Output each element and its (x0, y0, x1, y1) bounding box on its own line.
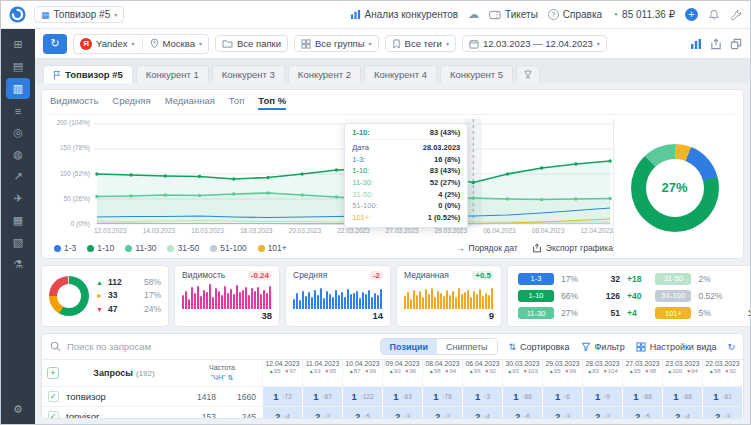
chart-tab[interactable]: Средняя (112, 95, 150, 110)
position-cell[interactable]: 1122 (342, 387, 382, 406)
position-cell[interactable]: 23 (382, 407, 422, 419)
row-checkbox[interactable]: ✓ (48, 411, 59, 419)
date-column-header[interactable]: 23.03.2023▲100▼94 (662, 360, 702, 386)
position-cell[interactable]: 26 (502, 407, 542, 419)
position-cell[interactable]: 187 (302, 387, 342, 406)
date-column-header[interactable]: 22.03.2023▲98▼92 (702, 360, 742, 386)
position-cell[interactable]: 186 (502, 387, 542, 406)
date-column-header[interactable]: 30.03.2023▲93▼103 (502, 360, 542, 386)
chart-tab[interactable]: Медианная (165, 95, 215, 110)
range-chip[interactable]: 31-50 (655, 273, 691, 285)
add-keyword-button[interactable]: + (47, 367, 59, 379)
position-cell[interactable]: 22 (422, 407, 462, 419)
target-icon[interactable]: ◎ (6, 122, 30, 143)
project-tab[interactable]: Конкурент 2 (288, 65, 361, 83)
date-range-select[interactable]: 12.03.2023 — 12.04.2023 ▾ (462, 35, 607, 52)
snippets-toggle[interactable]: Сниппеты (437, 339, 497, 354)
position-cell[interactable]: 168 (662, 387, 702, 406)
date-column-header[interactable]: 29.03.2023▲95▼99 (542, 360, 582, 386)
groups-select[interactable]: Все группы ▾ (294, 35, 379, 52)
export-chart-button[interactable]: Экспорт графика (532, 243, 613, 253)
update-positions-button[interactable]: ↻ (43, 34, 67, 54)
competitors-trophy-icon[interactable] (516, 65, 540, 83)
tools-wrench-icon[interactable] (730, 9, 742, 21)
date-column-header[interactable]: 06.04.2023▲96▼92 (462, 360, 502, 386)
searcher-region-select[interactable]: Я Yandex ▾ Москва ▾ (73, 34, 209, 54)
position-cell[interactable]: 176 (422, 387, 462, 406)
frequency-column-header[interactable]: Частота "ЧН" ⇅ (182, 360, 262, 386)
project-tab[interactable]: Топвизор #5 (43, 65, 133, 83)
date-column-header[interactable]: 11.04.2023▲93▼95 (302, 360, 342, 386)
position-cell[interactable]: 24 (262, 407, 302, 419)
keywords-icon[interactable]: ≡ (6, 100, 30, 121)
chart-tab[interactable]: Топ % (258, 95, 286, 110)
competitors-analysis-link[interactable]: Анализ конкурентов (350, 9, 458, 20)
topvisor-logo-icon[interactable] (9, 6, 26, 23)
legend-item[interactable]: 31-50 (167, 243, 199, 253)
position-cell[interactable]: 25 (622, 407, 662, 419)
position-cell[interactable]: 25 (342, 407, 382, 419)
table-row[interactable]: ✓topvisor153245242225232224262322252423 (42, 407, 743, 419)
line-chart[interactable]: 200 (104%)150 (78%)100 (52%)50 (26%)0 (0… (50, 119, 613, 256)
apps-grid-icon[interactable]: ⊞ (6, 34, 30, 55)
view-settings-button[interactable]: Настройки вида (636, 342, 717, 352)
range-chip[interactable]: 1-3 (518, 273, 554, 285)
range-chip[interactable]: 1-10 (518, 290, 554, 302)
position-cell[interactable]: 161 (702, 387, 742, 406)
legend-item[interactable]: 51-100 (210, 243, 246, 253)
summary-chart-icon[interactable]: ▥ (6, 78, 30, 99)
legend-item[interactable]: 1-10 (87, 243, 114, 253)
labs-icon[interactable]: ⚗ (6, 254, 30, 275)
notifications-bell-icon[interactable] (708, 9, 720, 21)
trends-icon[interactable]: ↗ (6, 166, 30, 187)
balance-indicator[interactable]: ◔ 85 011.36 ₽ (612, 9, 675, 20)
date-column-header[interactable]: 08.04.2023▲98▼94 (422, 360, 462, 386)
export-report-icon[interactable] (710, 38, 722, 50)
chart-tab[interactable]: Топ (229, 95, 245, 110)
row-checkbox[interactable]: ✓ (48, 391, 59, 402)
folders-icon[interactable]: ▤ (6, 56, 30, 77)
date-column-header[interactable]: 27.03.2023▲95▼98 (622, 360, 662, 386)
search-input[interactable] (67, 341, 374, 352)
date-column-header[interactable]: 09.04.2023▲90▼96 (382, 360, 422, 386)
position-cell[interactable]: 24 (662, 407, 702, 419)
position-cell[interactable]: 23 (702, 407, 742, 419)
tags-select[interactable]: Все теги ▾ (385, 35, 456, 52)
chart-view-icon[interactable] (690, 38, 702, 50)
ideas-icon[interactable]: ◍ (6, 144, 30, 165)
query-cell[interactable]: топвизор (64, 387, 182, 406)
date-column-header[interactable]: 12.04.2023▲95▼97 (262, 360, 302, 386)
filter-button[interactable]: Фильтр (581, 342, 625, 352)
query-cell[interactable]: topvisor (64, 407, 182, 419)
position-cell[interactable]: 23 (542, 407, 582, 419)
cloud-upload-button[interactable]: ☁ (468, 8, 479, 21)
legend-item[interactable]: 101+ (258, 243, 287, 253)
date-order-button[interactable]: →Порядок дат (456, 243, 518, 253)
boost-icon[interactable]: ✈ (6, 188, 30, 209)
position-cell[interactable]: 22 (302, 407, 342, 419)
project-selector[interactable]: ▦ Топвизор #5 ▾ (34, 6, 124, 23)
table-row[interactable]: ✓топвизор1418166017218711221631761318616… (42, 387, 743, 407)
help-link[interactable]: ? Справка (548, 9, 602, 20)
sort-button[interactable]: ⇅Сортировка (509, 342, 570, 352)
range-chip[interactable]: 101+ (655, 307, 691, 319)
project-tab[interactable]: Конкурент 5 (440, 65, 513, 83)
project-tab[interactable]: Конкурент 3 (212, 65, 285, 83)
tickets-link[interactable]: Тикеты (489, 9, 538, 20)
add-button[interactable]: + (685, 8, 698, 21)
position-cell[interactable]: 24 (462, 407, 502, 419)
position-cell[interactable]: 172 (262, 387, 302, 406)
position-cell[interactable]: 19 (582, 387, 622, 406)
project-tab[interactable]: Конкурент 1 (136, 65, 209, 83)
movement-donut-chart[interactable] (49, 276, 89, 316)
positions-toggle[interactable]: Позиции (381, 339, 437, 354)
position-cell[interactable]: 188 (622, 387, 662, 406)
position-cell[interactable]: 16 (542, 387, 582, 406)
legend-item[interactable]: 11-30 (125, 243, 156, 253)
legend-item[interactable]: 1-3 (54, 243, 76, 253)
position-cell[interactable]: 22 (582, 407, 622, 419)
share-link-icon[interactable] (730, 38, 742, 50)
date-column-header[interactable]: 10.04.2023▲87▼99 (342, 360, 382, 386)
folders-select[interactable]: Все папки (215, 35, 288, 52)
position-cell[interactable]: 163 (382, 387, 422, 406)
